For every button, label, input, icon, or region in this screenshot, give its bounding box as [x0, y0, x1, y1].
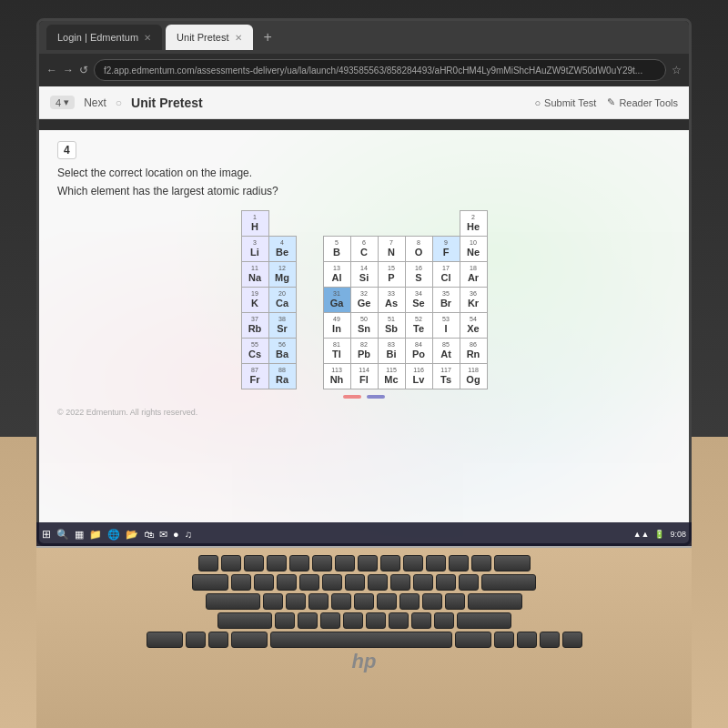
element-B[interactable]: 5 B	[323, 237, 350, 262]
key[interactable]	[399, 593, 420, 610]
element-P[interactable]: 15 P	[378, 262, 405, 288]
key[interactable]	[368, 574, 388, 591]
taskbar-widgets[interactable]: ▦	[75, 529, 84, 541]
element-Ts[interactable]: 117 Ts	[432, 364, 460, 389]
element-N[interactable]: 7 N	[378, 237, 405, 262]
element-Fr[interactable]: 87 Fr	[241, 364, 268, 389]
element-He[interactable]: 2 He	[460, 211, 487, 237]
periodic-table[interactable]: 1 H 2 He	[241, 210, 488, 389]
key[interactable]	[358, 555, 378, 571]
taskbar-explorer[interactable]: 📁	[89, 529, 102, 541]
key[interactable]	[206, 593, 260, 610]
key[interactable]	[377, 593, 397, 610]
alt-key[interactable]	[231, 632, 268, 648]
tab-close-login[interactable]: ✕	[144, 33, 151, 43]
element-C[interactable]: 6 C	[350, 237, 378, 262]
key[interactable]	[471, 555, 491, 571]
element-Be[interactable]: 4 Be	[268, 237, 296, 262]
key[interactable]	[312, 555, 332, 571]
arrow-right[interactable]	[562, 632, 582, 648]
key[interactable]	[254, 574, 274, 591]
element-Al[interactable]: 13 Al	[323, 262, 350, 288]
tab-add-button[interactable]: +	[257, 29, 279, 46]
key[interactable]	[277, 574, 297, 591]
element-Bi[interactable]: 83 Bi	[378, 339, 405, 364]
element-Cs[interactable]: 55 Cs	[241, 339, 268, 364]
key[interactable]	[231, 574, 251, 591]
element-Li[interactable]: 3 Li	[241, 237, 268, 262]
search-icon[interactable]: 🔍	[56, 529, 69, 541]
fn-key[interactable]	[186, 632, 206, 648]
element-Mg[interactable]: 12 Mg	[268, 262, 296, 288]
forward-btn[interactable]: →	[63, 64, 74, 76]
key[interactable]	[267, 555, 287, 571]
element-Lv[interactable]: 116 Lv	[405, 364, 432, 389]
element-H[interactable]: 1 H	[241, 211, 268, 237]
key[interactable]	[390, 574, 410, 591]
key[interactable]	[366, 612, 386, 629]
element-Se[interactable]: 34 Se	[405, 288, 432, 313]
key[interactable]	[244, 555, 264, 571]
key[interactable]	[299, 574, 319, 591]
key[interactable]	[263, 593, 283, 610]
submit-test-button[interactable]: ○ Submit Test	[534, 97, 596, 108]
back-btn[interactable]: ←	[46, 64, 57, 76]
taskbar-edge[interactable]: 🌐	[107, 529, 120, 541]
key[interactable]	[286, 593, 306, 610]
element-In[interactable]: 49 In	[323, 313, 350, 339]
element-At[interactable]: 85 At	[432, 339, 460, 364]
element-Ne[interactable]: 10 Ne	[460, 237, 487, 262]
key[interactable]	[426, 555, 446, 571]
element-Nh[interactable]: 113 Nh	[323, 364, 350, 389]
element-Ga[interactable]: 31 Ga	[323, 288, 350, 313]
key[interactable]	[343, 612, 363, 629]
key[interactable]	[320, 612, 340, 629]
element-Ge[interactable]: 32 Ge	[350, 288, 378, 313]
arrow-up[interactable]	[517, 632, 537, 648]
key[interactable]	[494, 555, 531, 571]
element-Po[interactable]: 84 Po	[405, 339, 432, 364]
key[interactable]	[221, 555, 241, 571]
element-Ar[interactable]: 18 Ar	[460, 262, 487, 288]
element-Pb[interactable]: 82 Pb	[350, 339, 378, 364]
key[interactable]	[192, 574, 228, 591]
element-O[interactable]: 8 O	[405, 237, 432, 262]
element-Sr[interactable]: 38 Sr	[268, 313, 296, 339]
element-Og[interactable]: 118 Og	[460, 364, 487, 389]
element-Kr[interactable]: 36 Kr	[460, 288, 487, 313]
win-key[interactable]	[208, 632, 228, 648]
element-K[interactable]: 19 K	[241, 288, 268, 313]
key[interactable]	[345, 574, 365, 591]
taskbar-store[interactable]: 🛍	[144, 529, 154, 540]
key[interactable]	[331, 593, 351, 610]
taskbar-spotify[interactable]: ♫	[185, 529, 192, 540]
key[interactable]	[289, 555, 309, 571]
shift-key[interactable]	[217, 612, 272, 629]
key[interactable]	[380, 555, 400, 571]
key[interactable]	[411, 612, 431, 629]
element-Br[interactable]: 35 Br	[432, 288, 460, 313]
key[interactable]	[275, 612, 295, 629]
key[interactable]	[422, 593, 442, 610]
key[interactable]	[354, 593, 374, 610]
element-Si[interactable]: 14 Si	[350, 262, 378, 288]
element-Sn[interactable]: 50 Sn	[350, 313, 378, 339]
element-Rn[interactable]: 86 Rn	[460, 339, 487, 364]
ctrl-key[interactable]	[147, 632, 183, 648]
element-Te[interactable]: 52 Te	[405, 313, 432, 339]
arrow-left[interactable]	[494, 632, 514, 648]
key[interactable]	[198, 555, 218, 571]
key[interactable]	[335, 555, 355, 571]
spacebar[interactable]	[270, 632, 452, 648]
bookmark-btn[interactable]: ☆	[672, 64, 682, 76]
key[interactable]	[413, 574, 433, 591]
key[interactable]	[434, 612, 454, 629]
element-Rb[interactable]: 37 Rb	[241, 313, 268, 339]
key[interactable]	[308, 593, 329, 610]
address-bar[interactable]: f2.app.edmentum.com/assessments-delivery…	[94, 59, 666, 81]
key[interactable]	[298, 612, 318, 629]
element-Mc[interactable]: 115 Mc	[378, 364, 405, 389]
tab-close-pretest[interactable]: ✕	[235, 33, 242, 43]
key[interactable]	[445, 593, 465, 610]
taskbar-mail[interactable]: ✉	[159, 529, 167, 541]
